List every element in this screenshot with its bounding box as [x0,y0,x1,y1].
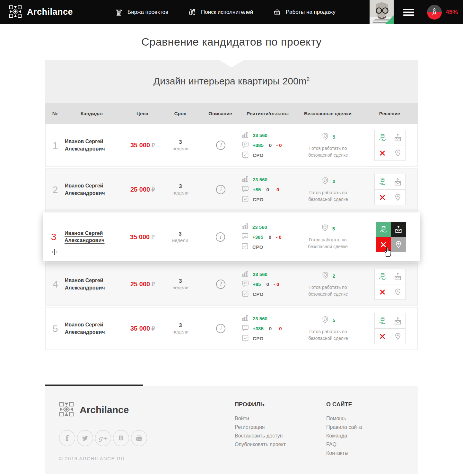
shield-icon [321,224,329,233]
add-location-button[interactable] [390,284,405,299]
footer-link-login[interactable]: Войти [235,416,326,421]
add-location-button[interactable] [390,145,405,160]
footer: Archilance f g+ B You Tube © 2016 ARCHIL… [45,386,418,474]
send-message-button[interactable] [390,174,405,189]
reject-button[interactable] [375,145,390,160]
col-decision: Решение [362,111,418,116]
column-icon [115,8,123,16]
page-content: Сравнение кандидатов по проекту Дизайн и… [45,24,418,474]
add-location-button[interactable] [390,329,405,344]
neutral-count: 0 [266,281,269,287]
ratings-cell: 23 560 +3850- 0 СРО [241,132,294,159]
binoculars-icon [188,8,197,16]
comment-smiley-icon [241,232,249,241]
hire-button[interactable] [375,130,390,145]
negative-count: - 0 [276,326,282,331]
neutral-count: 0 [269,143,272,148]
footer-col-profile: ПРОФИЛЬ Войти Регистрация Востановить до… [235,397,326,461]
reject-button[interactable] [376,237,391,252]
send-message-button[interactable] [390,313,405,328]
deals-note: Готов работать по безопасной сделке [301,284,355,298]
shield-icon [321,271,329,281]
checkbox-icon [241,242,249,251]
ruble-sign: ₽ [152,325,155,332]
send-message-button[interactable] [390,130,405,145]
safe-deals-cell: 5 Готов работать по безопасной сделке [294,132,362,159]
reject-button[interactable] [375,190,390,205]
drag-move-icon[interactable] [50,248,59,257]
footer-link-site-rules[interactable]: Правила сайта [326,424,411,430]
top-navigation-bar: Archilance Биржа проектов [0,0,463,24]
footer-link-publish-project[interactable]: Опубликовать проект [235,442,326,447]
info-icon[interactable]: i [216,280,225,289]
twitter-icon[interactable] [77,430,93,446]
comment-smiley-icon [241,324,249,333]
add-location-button[interactable] [390,190,405,205]
sro-label: СРО [253,336,264,341]
table-row: 2 Иванов Сергей Александрович 25 000 ₽ 3… [45,168,418,211]
footer-link-faq[interactable]: FAQ [326,442,411,447]
reject-button[interactable] [375,329,390,344]
svg-text:Tube: Tube [136,438,142,440]
nav-item-works-for-sale[interactable]: Работы на продажу [273,8,336,16]
vk-icon[interactable]: B [113,430,129,446]
price-value: 35 000 [130,142,150,149]
neutral-count: 0 [269,326,272,331]
price-value: 25 000 [130,281,150,288]
sro-label: СРО [253,152,264,158]
info-icon[interactable]: i [216,324,225,333]
row-number: 1 [46,140,65,151]
footer-link-team[interactable]: Команда [326,433,411,439]
negative-count: - 0 [274,187,279,192]
price-value: 35 000 [130,233,150,240]
info-icon[interactable]: i [216,141,225,150]
shield-icon [321,316,329,325]
add-location-button[interactable] [391,237,406,252]
footer-link-restore-access[interactable]: Востановить доступ [235,433,326,439]
basket-icon [273,8,281,16]
hire-button[interactable] [375,269,390,284]
decision-cell [362,174,418,205]
hire-button[interactable] [375,313,390,328]
safe-deals-cell: 2 Готов работать по безопасной сделке [294,271,362,298]
facebook-icon[interactable]: f [59,430,75,446]
checkbox-icon [241,195,249,204]
nav-item-find-performers[interactable]: Поиск исполнителей [188,8,253,16]
bar-chart-icon [241,314,249,323]
info-icon[interactable]: i [216,185,225,194]
reviews-count: +385 [252,234,263,240]
candidate-name: Иванов Сергей Александрович [65,277,113,291]
header-right: 45% [370,0,463,24]
google-plus-icon[interactable]: g+ [95,430,111,446]
nav-label: Работы на продажу [286,9,336,15]
send-message-button[interactable] [391,222,406,237]
user-avatar[interactable] [370,0,394,24]
menu-hamburger-icon[interactable] [403,9,414,16]
views-count: 23 560 [253,133,267,138]
footer-col-title: ПРОФИЛЬ [235,401,326,408]
send-message-button[interactable] [390,269,405,284]
deals-count: 5 [332,226,335,231]
comment-smiley-icon [241,185,249,194]
col-number: № [45,111,65,116]
nav-item-projects-exchange[interactable]: Биржа проектов [115,8,168,16]
safe-deals-cell: 5 Готов работать по безопасной сделке [294,316,362,342]
footer-link-contacts[interactable]: Контакты [326,450,411,456]
footer-link-help[interactable]: Помощь [326,416,411,421]
hire-button[interactable] [375,174,390,189]
price-cell: 25 000 ₽ [124,186,161,193]
shield-icon [321,177,329,186]
sro-label: СРО [253,197,264,202]
hire-button[interactable] [376,222,391,237]
info-icon[interactable]: i [216,232,225,242]
brand[interactable]: Archilance [9,5,73,19]
candidate-name-link[interactable]: Иванов Сергей Александрович [65,230,113,244]
youtube-icon[interactable]: You Tube [131,430,147,446]
deals-note: Готов работать по безопасной сделке [301,189,355,203]
profile-progress: 45% [427,5,458,20]
footer-brand[interactable]: Archilance [59,402,235,418]
decision-cell [362,269,418,300]
reject-button[interactable] [375,284,390,299]
footer-link-register[interactable]: Регистрация [235,424,326,430]
compass-progress-icon[interactable] [427,5,442,20]
